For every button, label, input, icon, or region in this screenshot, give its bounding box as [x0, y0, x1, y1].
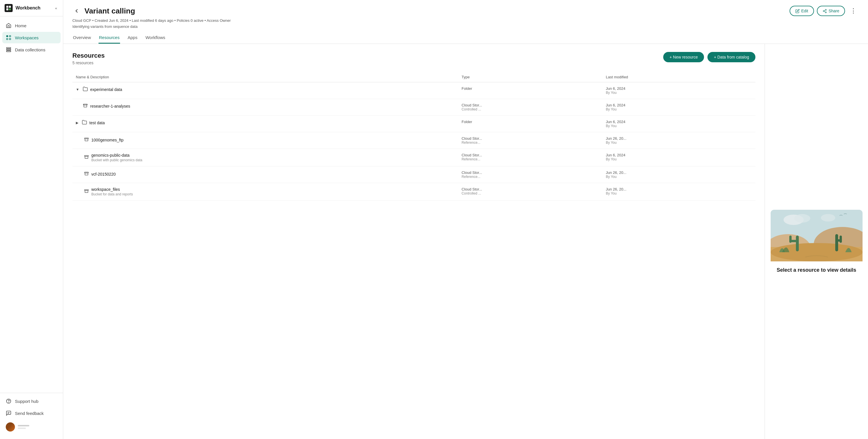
- table-row[interactable]: researcher-1-analyses Cloud Stor... Cont…: [72, 99, 755, 115]
- resource-date-cell: Jun 26, 20... By You: [602, 132, 755, 149]
- resource-desc: Bucket for data and reports: [91, 192, 133, 196]
- data-from-catalog-button[interactable]: + Data from catalog: [707, 52, 755, 62]
- table-header: Name & Description Type Last modified: [72, 72, 755, 82]
- resource-type-cell: Folder: [458, 82, 602, 99]
- type-sub: Reference...: [462, 141, 599, 145]
- resource-date-cell: Jun 6, 2024 By You: [602, 149, 755, 166]
- resource-name-cell: ▼ experimental data: [72, 82, 458, 99]
- svg-rect-0: [6, 6, 8, 8]
- resources-table: Name & Description Type Last modified ▼: [72, 72, 755, 201]
- resource-date-cell: Jun 6, 2024 By You: [602, 115, 755, 132]
- resource-type-cell: Cloud Stor... Reference...: [458, 132, 602, 149]
- table-row[interactable]: 1000genomes_ftp Cloud Stor... Reference.…: [72, 132, 755, 149]
- resources-actions: + New resource + Data from catalog: [663, 52, 755, 62]
- svg-point-4: [7, 36, 8, 37]
- bucket-icon: [83, 103, 88, 109]
- sidebar-item-workspaces[interactable]: Workspaces: [2, 32, 61, 43]
- svg-point-3: [9, 8, 11, 10]
- resource-name: test data: [89, 121, 105, 125]
- expand-button[interactable]: ▶: [76, 121, 79, 125]
- content-area: Resources 5 resources + New resource + D…: [63, 44, 868, 439]
- resource-type-cell: Folder: [458, 115, 602, 132]
- table-row[interactable]: ▼ experimental data Folder Jun 6, 20: [72, 82, 755, 99]
- edit-label: Edit: [801, 9, 808, 13]
- table-row[interactable]: genomics-public-data Bucket with public …: [72, 149, 755, 166]
- date-sub: By You: [606, 157, 752, 161]
- detail-panel: Select a resource to view details: [765, 44, 868, 439]
- resource-row: workspace_files Bucket for data and repo…: [76, 187, 133, 196]
- tab-resources[interactable]: Resources: [98, 32, 120, 44]
- sidebar-item-support[interactable]: Support hub: [2, 395, 61, 407]
- workspace-description: Identifying variants from sequence data: [72, 24, 137, 29]
- date-sub: By You: [606, 175, 752, 179]
- share-label: Share: [829, 9, 839, 13]
- col-type: Type: [458, 72, 602, 82]
- help-icon: [6, 398, 11, 404]
- sidebar-item-data-collections-label: Data collections: [15, 47, 45, 52]
- resource-type-cell: Cloud Stor... Controlled ...: [458, 99, 602, 115]
- svg-rect-29: [85, 173, 88, 175]
- feedback-icon: [6, 410, 11, 416]
- date-main: Jun 26, 20...: [606, 136, 752, 141]
- sidebar-item-feedback-label: Send feedback: [15, 411, 44, 416]
- resource-name: researcher-1-analyses: [90, 104, 130, 108]
- resource-row: ▶ test data: [76, 120, 105, 126]
- date-main: Jun 26, 20...: [606, 187, 752, 191]
- resource-name-cell: researcher-1-analyses: [72, 99, 458, 115]
- edit-button[interactable]: Edit: [789, 6, 814, 16]
- sidebar-item-data-collections[interactable]: Data collections: [2, 44, 61, 55]
- tab-overview[interactable]: Overview: [72, 32, 92, 44]
- new-resource-label: + New resource: [670, 55, 698, 59]
- more-options-button[interactable]: ⋮: [848, 6, 859, 16]
- svg-rect-45: [840, 236, 842, 243]
- resource-date-cell: Jun 26, 20... By You: [602, 166, 755, 183]
- resource-row: ▼ experimental data: [76, 87, 122, 93]
- date-sub: By You: [606, 107, 752, 111]
- sidebar-bottom: Support hub Send feedback: [0, 393, 63, 439]
- tab-workflows[interactable]: Workflows: [145, 32, 166, 44]
- resource-type-cell: Cloud Stor... Reference...: [458, 166, 602, 183]
- resource-name-cell: 1000genomes_ftp: [72, 132, 458, 149]
- meta-info: Cloud GCP • Created Jun 6, 2024 • Last m…: [72, 19, 230, 23]
- type-main: Cloud Stor...: [462, 103, 599, 107]
- new-resource-button[interactable]: + New resource: [663, 52, 704, 62]
- sidebar-item-home-label: Home: [15, 23, 26, 28]
- type-main: Folder: [462, 120, 599, 124]
- user-avatar-area[interactable]: [2, 419, 61, 434]
- table-row[interactable]: workspace_files Bucket for data and repo…: [72, 183, 755, 201]
- date-main: Jun 6, 2024: [606, 87, 752, 91]
- svg-rect-25: [85, 139, 88, 141]
- svg-rect-42: [789, 236, 792, 243]
- resources-header: Resources 5 resources + New resource + D…: [72, 52, 755, 65]
- svg-rect-27: [85, 156, 88, 159]
- tab-apps[interactable]: Apps: [127, 32, 138, 44]
- bucket-icon: [84, 155, 89, 161]
- collapse-sidebar-button[interactable]: «: [54, 5, 58, 11]
- header-actions: Edit Share ⋮: [789, 6, 859, 16]
- resource-date-cell: Jun 6, 2024 By You: [602, 82, 755, 99]
- table-row[interactable]: ▶ test data Folder Jun 6, 2024: [72, 115, 755, 132]
- date-sub: By You: [606, 91, 752, 95]
- back-button[interactable]: [72, 7, 81, 15]
- folder-icon: [83, 87, 88, 93]
- share-button[interactable]: Share: [817, 6, 845, 16]
- resources-panel: Resources 5 resources + New resource + D…: [63, 44, 765, 439]
- sidebar-item-workspaces-label: Workspaces: [15, 35, 38, 40]
- sidebar: Workbench « Home Workspaces Data collect…: [0, 0, 63, 439]
- svg-rect-43: [835, 234, 838, 251]
- svg-line-19: [824, 10, 825, 11]
- svg-point-34: [794, 214, 810, 223]
- expand-button[interactable]: ▼: [76, 88, 79, 92]
- svg-point-16: [823, 10, 824, 11]
- svg-point-15: [825, 9, 826, 10]
- resource-name: 1000genomes_ftp: [91, 138, 124, 142]
- svg-rect-1: [9, 6, 11, 8]
- type-main: Cloud Stor...: [462, 187, 599, 191]
- sidebar-item-home[interactable]: Home: [2, 20, 61, 31]
- type-main: Cloud Stor...: [462, 136, 599, 141]
- sidebar-item-feedback[interactable]: Send feedback: [2, 407, 61, 419]
- bucket-icon: [84, 189, 89, 195]
- resource-row: researcher-1-analyses: [83, 103, 130, 109]
- table-row[interactable]: vcf-20150220 Cloud Stor... Reference... …: [72, 166, 755, 183]
- resource-name: vcf-20150220: [91, 172, 116, 176]
